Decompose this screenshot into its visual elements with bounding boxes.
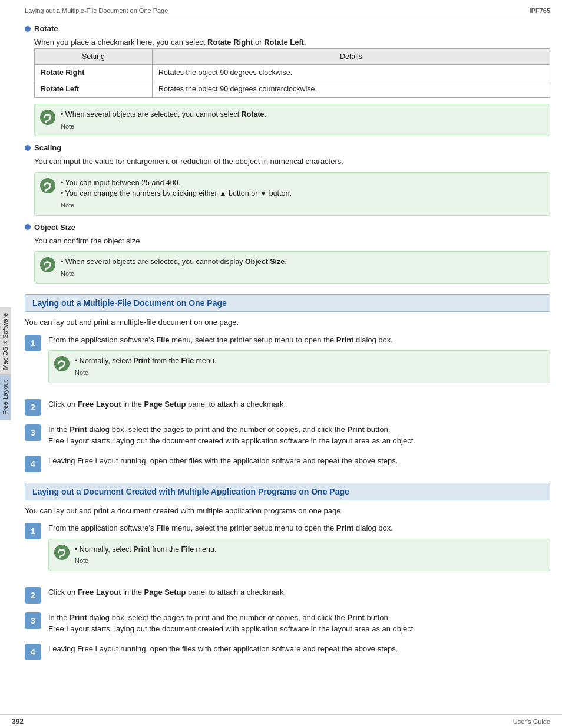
rotate-left-detail: Rotates the object 90 degrees counterclo…: [153, 81, 550, 98]
scaling-note-label: Note: [61, 200, 543, 210]
step-2-text: Click on Free Layout in the Page Setup p…: [48, 398, 550, 410]
scaling-note-line1: • You can input between 25 and 400.: [61, 179, 180, 187]
multiapp-step-1: 1 From the application software's File m…: [25, 522, 550, 578]
main-content: Laying out a Multiple-File Document on O…: [13, 0, 562, 680]
multiapp-step-4-text: Leaving Free Layout running, open the fi…: [48, 643, 550, 655]
multiapp-step-3-text: In the Print dialog box, select the page…: [48, 612, 550, 635]
rotate-note-text: • When several objects are selected, you…: [61, 110, 266, 118]
note-icon-step1: [54, 355, 70, 372]
multiapp-step-number-4: 4: [25, 644, 41, 660]
multiapp-step-3-content: In the Print dialog box, select the page…: [48, 612, 550, 635]
object-size-title: Object Size: [34, 223, 75, 232]
step-number-3: 3: [25, 424, 41, 441]
svg-line-3: [45, 189, 47, 191]
multiapp-step-1-note-label: Note: [75, 556, 543, 566]
note-icon: [39, 109, 56, 126]
multiapp-step-2-content: Click on Free Layout in the Page Setup p…: [48, 587, 550, 598]
rotate-bullet: [25, 26, 31, 32]
rotate-intro: When you place a checkmark here, you can…: [34, 37, 550, 48]
scaling-body: You can input the value for enlargement …: [34, 156, 550, 216]
multiapp-step-1-note-text: • Normally, select Print from the File m…: [75, 545, 216, 554]
side-tab-freelayout[interactable]: Free Layout: [0, 375, 11, 420]
step-3-content: In the Print dialog box, select the page…: [48, 424, 550, 447]
scaling-title: Scaling: [34, 143, 61, 152]
page-id: iPF765: [530, 7, 550, 14]
svg-line-7: [59, 367, 61, 369]
page-number: 392: [12, 717, 24, 726]
footer-right: User's Guide: [513, 718, 550, 725]
multiapp-step-1-text: From the application software's File men…: [48, 522, 550, 534]
multifile-section-bar: Laying out a Multiple-File Document on O…: [25, 294, 550, 312]
multiapp-step-number-2: 2: [25, 587, 41, 604]
note-icon-objectsize: [39, 256, 56, 273]
step-number-2: 2: [25, 399, 41, 416]
table-header-setting: Setting: [35, 48, 153, 65]
scaling-heading: Scaling: [25, 143, 550, 152]
object-size-bullet: [25, 224, 31, 230]
step-2-content: Click on Free Layout in the Page Setup p…: [48, 398, 550, 410]
table-header-details: Details: [153, 48, 550, 65]
step-4-text: Leaving Free Layout running, open other …: [48, 455, 550, 467]
note-icon-multiapp-step1: [54, 544, 70, 561]
table-row: Rotate Left Rotates the object 90 degree…: [35, 81, 550, 98]
rotate-heading: Rotate: [25, 24, 550, 33]
rotate-right-label: Rotate Right: [35, 65, 153, 81]
scaling-bullet: [25, 145, 31, 151]
rotate-left-label: Rotate Left: [35, 81, 153, 98]
step-1-note-label: Note: [75, 368, 543, 378]
step-number-4: 4: [25, 456, 41, 472]
object-size-note-text: • When several objects are selected, you…: [61, 258, 287, 266]
note-icon-scaling: [39, 177, 56, 194]
side-tab-macos[interactable]: Mac OS X Software: [0, 308, 11, 375]
multiapp-section-bar: Laying out a Document Created with Multi…: [25, 483, 550, 500]
page-header: Laying out a Multiple-File Document on O…: [25, 5, 550, 18]
object-size-intro: You can confirm the object size.: [34, 235, 550, 247]
multiapp-step-2-text: Click on Free Layout in the Page Setup p…: [48, 587, 550, 598]
svg-line-1: [45, 121, 47, 123]
object-size-heading: Object Size: [25, 223, 550, 232]
multifile-step-2: 2 Click on Free Layout in the Page Setup…: [25, 398, 550, 416]
rotate-right-detail: Rotates the object 90 degrees clockwise.: [153, 65, 550, 81]
step-1-text: From the application software's File men…: [48, 334, 550, 346]
multiapp-steps: 1 From the application software's File m…: [25, 522, 550, 660]
svg-line-5: [45, 268, 47, 270]
multiapp-step-4-content: Leaving Free Layout running, open the fi…: [48, 643, 550, 655]
breadcrumb: Laying out a Multiple-File Document on O…: [25, 7, 168, 14]
table-row: Rotate Right Rotates the object 90 degre…: [35, 65, 550, 81]
svg-point-0: [40, 110, 55, 125]
step-number-1: 1: [25, 335, 41, 351]
scaling-section: Scaling You can input the value for enla…: [25, 143, 550, 216]
multiapp-step-1-content: From the application software's File men…: [48, 522, 550, 578]
multiapp-step-2: 2 Click on Free Layout in the Page Setup…: [25, 587, 550, 604]
step-1-note-text: • Normally, select Print from the File m…: [75, 357, 216, 365]
multiapp-step-3: 3 In the Print dialog box, select the pa…: [25, 612, 550, 635]
svg-point-2: [40, 178, 55, 193]
scaling-note: • You can input between 25 and 400. • Yo…: [34, 172, 550, 216]
object-size-body: You can confirm the object size. • When …: [34, 235, 550, 284]
object-size-section: Object Size You can confirm the object s…: [25, 223, 550, 284]
rotate-body: When you place a checkmark here, you can…: [34, 37, 550, 136]
side-tabs: Mac OS X Software Free Layout: [0, 0, 11, 728]
rotate-note: • When several objects are selected, you…: [34, 104, 550, 136]
rotate-note-label: Note: [61, 121, 543, 131]
multifile-step-3: 3 In the Print dialog box, select the pa…: [25, 424, 550, 447]
multiapp-step-4: 4 Leaving Free Layout running, open the …: [25, 643, 550, 660]
object-size-note-label: Note: [61, 269, 543, 279]
multiapp-step-number-3: 3: [25, 612, 41, 629]
rotate-section: Rotate When you place a checkmark here, …: [25, 24, 550, 136]
svg-line-9: [59, 556, 61, 558]
multifile-section-title[interactable]: Laying out a Multiple-File Document on O…: [32, 298, 227, 308]
multiapp-section-title[interactable]: Laying out a Document Created with Multi…: [32, 487, 349, 496]
step-1-note: • Normally, select Print from the File m…: [48, 350, 550, 383]
object-size-note: • When several objects are selected, you…: [34, 251, 550, 284]
svg-point-4: [40, 257, 55, 272]
multiapp-step-1-note: • Normally, select Print from the File m…: [48, 539, 550, 571]
multiapp-intro: You can lay out and print a document cre…: [25, 505, 550, 517]
scaling-note-line2: • You can change the numbers by clicking…: [61, 189, 292, 197]
page-footer: 392 User's Guide: [0, 714, 562, 728]
rotate-table: Setting Details Rotate Right Rotates the…: [34, 48, 550, 98]
multifile-steps: 1 From the application software's File m…: [25, 334, 550, 472]
step-4-content: Leaving Free Layout running, open other …: [48, 455, 550, 467]
multifile-step-4: 4 Leaving Free Layout running, open othe…: [25, 455, 550, 472]
scaling-intro: You can input the value for enlargement …: [34, 156, 550, 167]
